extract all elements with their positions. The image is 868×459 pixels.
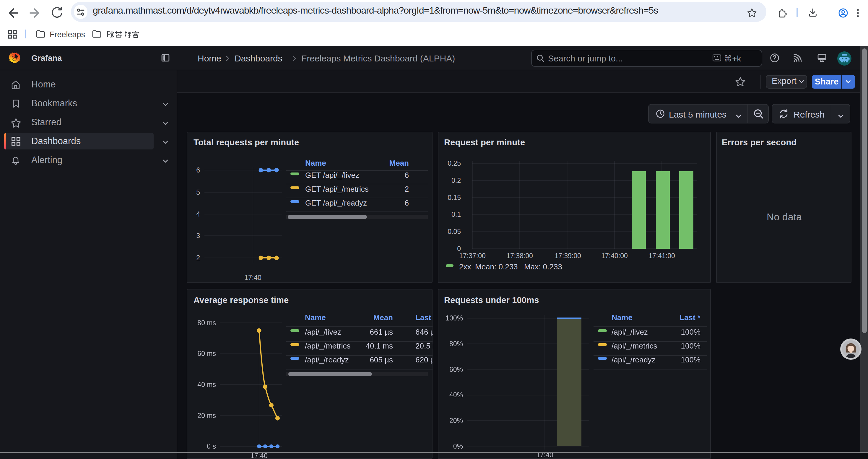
- svg-text:GET /api/_/livez: GET /api/_/livez: [305, 171, 359, 179]
- svg-text:17:40:00: 17:40:00: [601, 252, 628, 260]
- svg-text:Mean: Mean: [373, 313, 393, 322]
- svg-text:0.05: 0.05: [447, 228, 461, 235]
- svg-text:620 µs: 620 µs: [415, 355, 433, 364]
- svg-text:605 µs: 605 µs: [370, 355, 393, 364]
- svg-text:100%: 100%: [681, 355, 701, 364]
- svg-text:/api/_/livez: /api/_/livez: [612, 328, 648, 336]
- svg-text:80%: 80%: [450, 340, 463, 348]
- svg-text:20.5 ms: 20.5 ms: [415, 341, 433, 350]
- svg-text:60%: 60%: [450, 366, 463, 373]
- svg-text:17:39:00: 17:39:00: [555, 252, 581, 260]
- svg-text:80 ms: 80 ms: [197, 319, 216, 327]
- svg-text:0.2: 0.2: [452, 177, 461, 184]
- svg-text:17:40: 17:40: [251, 452, 268, 459]
- svg-text:Mean: Mean: [390, 159, 409, 167]
- svg-text:6: 6: [196, 166, 200, 174]
- svg-text:/api/_/metrics: /api/_/metrics: [612, 341, 657, 350]
- svg-text:/api/_/livez: /api/_/livez: [305, 328, 341, 336]
- svg-text:Name: Name: [612, 313, 632, 322]
- svg-text:6: 6: [405, 171, 409, 179]
- svg-text:20%: 20%: [450, 417, 463, 424]
- svg-text:Name: Name: [305, 313, 326, 322]
- svg-text:0.25: 0.25: [447, 160, 461, 167]
- svg-text:17:41:00: 17:41:00: [649, 252, 675, 260]
- svg-text:20 ms: 20 ms: [197, 412, 216, 419]
- svg-text:Name: Name: [305, 159, 326, 167]
- svg-text:40%: 40%: [450, 391, 463, 399]
- svg-text:0.15: 0.15: [447, 194, 461, 201]
- svg-text:2xx: 2xx: [459, 262, 471, 271]
- svg-text:Last *: Last *: [415, 313, 433, 322]
- svg-text:17:38:00: 17:38:00: [506, 252, 533, 260]
- svg-text:17:40: 17:40: [244, 274, 261, 282]
- svg-text:Max: 0.233: Max: 0.233: [524, 262, 562, 271]
- svg-text:40 ms: 40 ms: [197, 381, 216, 388]
- svg-text:0.1: 0.1: [452, 210, 461, 218]
- svg-text:0 s: 0 s: [207, 442, 216, 450]
- svg-text:100%: 100%: [681, 328, 701, 336]
- svg-text:5: 5: [196, 189, 200, 196]
- svg-text:GET /api/_/metrics: GET /api/_/metrics: [305, 185, 369, 193]
- svg-text:Mean: 0.233: Mean: 0.233: [475, 262, 518, 271]
- svg-text:GET /api/_/readyz: GET /api/_/readyz: [305, 198, 367, 207]
- svg-text:60 ms: 60 ms: [197, 350, 216, 357]
- svg-text:/api/_/readyz: /api/_/readyz: [305, 355, 349, 364]
- svg-text:100%: 100%: [445, 314, 463, 322]
- svg-text:646 µs: 646 µs: [415, 328, 433, 336]
- svg-text:100%: 100%: [681, 341, 701, 350]
- svg-text:4: 4: [196, 210, 200, 218]
- svg-text:0: 0: [457, 245, 461, 253]
- svg-text:6: 6: [405, 198, 409, 207]
- svg-text:2: 2: [196, 254, 200, 262]
- svg-text:/api/_/readyz: /api/_/readyz: [612, 355, 656, 364]
- svg-text:40.1 ms: 40.1 ms: [366, 341, 393, 350]
- svg-text:3: 3: [196, 232, 200, 239]
- svg-text:Last *: Last *: [680, 313, 701, 322]
- svg-text:661 µs: 661 µs: [370, 328, 393, 336]
- svg-text:0%: 0%: [453, 442, 463, 450]
- svg-text:2: 2: [405, 185, 409, 193]
- svg-text:/api/_/metrics: /api/_/metrics: [305, 341, 351, 350]
- svg-text:17:37:00: 17:37:00: [459, 252, 486, 260]
